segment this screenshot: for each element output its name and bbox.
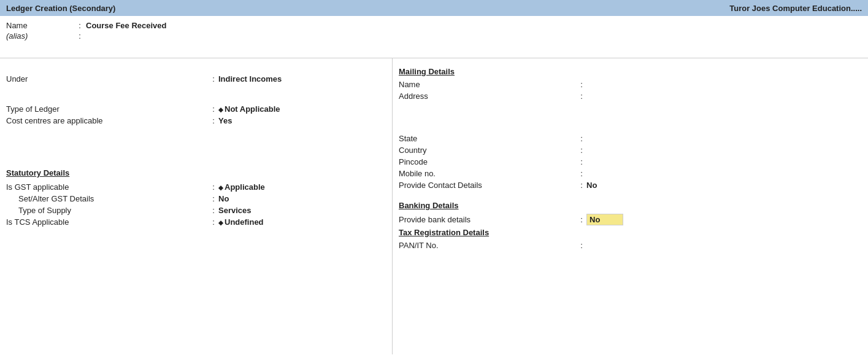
right-panel: Mailing Details Name : Address : State :… xyxy=(393,58,868,354)
type-ledger-value: ◆Not Applicable xyxy=(218,104,280,114)
is-tcs-colon: : xyxy=(209,217,218,227)
type-ledger-label: Type of Ledger xyxy=(6,104,209,114)
main-content: Under : Indirect Incomes Type of Ledger … xyxy=(0,58,868,354)
name-colon: : xyxy=(74,21,86,30)
provide-contact-colon: : xyxy=(577,181,586,190)
type-ledger-colon: : xyxy=(209,104,218,114)
under-label: Under xyxy=(6,74,209,84)
type-ledger-row: Type of Ledger : ◆Not Applicable xyxy=(6,104,386,114)
mailing-name-colon: : xyxy=(577,80,586,89)
set-alter-value: No xyxy=(218,194,229,203)
state-row: State : xyxy=(399,134,862,143)
mobile-row: Mobile no. : xyxy=(399,169,862,178)
set-alter-row: Set/Alter GST Details : No xyxy=(6,194,386,203)
is-gst-colon: : xyxy=(209,182,218,192)
cost-centres-row: Cost centres are applicable : Yes xyxy=(6,116,386,125)
country-colon: : xyxy=(577,146,586,155)
banking-title: Banking Details xyxy=(399,201,862,210)
is-tcs-row: Is TCS Applicable : ◆Undefined xyxy=(6,217,386,227)
under-row: Under : Indirect Incomes xyxy=(6,74,386,84)
name-value: Course Fee Received xyxy=(86,21,167,30)
diamond-icon-2: ◆ xyxy=(218,184,223,191)
country-row: Country : xyxy=(399,146,862,155)
header-bar: Ledger Creation (Secondary) Turor Joes C… xyxy=(0,0,868,16)
pincode-row: Pincode : xyxy=(399,157,862,166)
tax-reg-title: Tax Registration Details xyxy=(399,228,862,237)
state-colon: : xyxy=(577,134,586,143)
alias-row: (alias) : xyxy=(6,31,862,41)
mobile-colon: : xyxy=(577,169,586,178)
is-gst-label: Is GST applicable xyxy=(6,182,209,192)
under-colon: : xyxy=(209,74,218,84)
name-row: Name : Course Fee Received xyxy=(6,21,862,30)
type-supply-row: Type of Supply : Services xyxy=(6,206,386,215)
provide-contact-row: Provide Contact Details : No xyxy=(399,181,862,190)
pan-label: PAN/IT No. xyxy=(399,241,577,250)
is-gst-row: Is GST applicable : ◆Applicable xyxy=(6,182,386,192)
under-value: Indirect Incomes xyxy=(218,74,282,84)
mailing-name-row: Name : xyxy=(399,80,862,89)
header-company: Turor Joes Computer Education..... xyxy=(729,4,862,13)
alias-colon: : xyxy=(74,31,86,41)
name-label: Name xyxy=(6,21,74,30)
is-gst-value: ◆Applicable xyxy=(218,182,265,192)
set-alter-colon: : xyxy=(209,194,218,203)
diamond-icon-3: ◆ xyxy=(218,219,223,226)
cost-centres-colon: : xyxy=(209,116,218,125)
provide-bank-value[interactable]: No xyxy=(586,214,623,225)
type-supply-colon: : xyxy=(209,206,218,215)
pan-row: PAN/IT No. : xyxy=(399,241,862,250)
alias-label: (alias) xyxy=(6,31,74,41)
provide-bank-colon: : xyxy=(577,215,586,224)
provide-contact-value: No xyxy=(586,181,597,190)
address-row: Address : xyxy=(399,92,862,101)
header-title: Ledger Creation (Secondary) xyxy=(6,4,115,13)
mailing-title: Mailing Details xyxy=(399,67,862,76)
provide-bank-label: Provide bank details xyxy=(399,215,577,224)
type-supply-label: Type of Supply xyxy=(6,206,209,215)
cost-centres-value: Yes xyxy=(218,116,232,125)
is-tcs-value: ◆Undefined xyxy=(218,217,264,227)
is-tcs-label: Is TCS Applicable xyxy=(6,217,209,227)
cost-centres-label: Cost centres are applicable xyxy=(6,116,209,125)
address-label: Address xyxy=(399,92,577,101)
pincode-colon: : xyxy=(577,157,586,166)
pincode-label: Pincode xyxy=(399,157,577,166)
address-colon: : xyxy=(577,92,586,101)
provide-bank-row: Provide bank details : No xyxy=(399,214,862,225)
mobile-label: Mobile no. xyxy=(399,169,577,178)
statutory-title: Statutory Details xyxy=(6,168,386,178)
diamond-icon: ◆ xyxy=(218,106,223,113)
country-label: Country xyxy=(399,146,577,155)
provide-contact-label: Provide Contact Details xyxy=(399,181,577,190)
top-section: Name : Course Fee Received (alias) : xyxy=(0,16,868,58)
type-supply-value: Services xyxy=(218,206,252,215)
state-label: State xyxy=(399,134,577,143)
left-panel: Under : Indirect Incomes Type of Ledger … xyxy=(0,58,393,354)
pan-colon: : xyxy=(577,241,586,250)
set-alter-label: Set/Alter GST Details xyxy=(6,194,209,203)
mailing-name-label: Name xyxy=(399,80,577,89)
